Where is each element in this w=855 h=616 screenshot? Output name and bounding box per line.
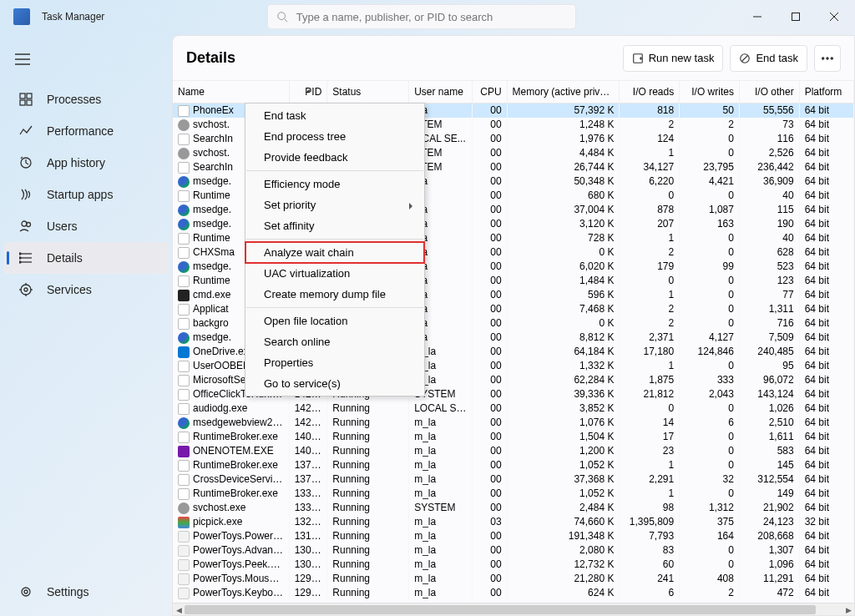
col-io-other[interactable]: I/O other (739, 81, 799, 104)
context-menu-efficiency-mode[interactable]: Efficiency mode (245, 174, 424, 194)
cell-platform: 64 bit (799, 132, 853, 146)
cell-pid: 13308 (289, 501, 327, 515)
col-memory[interactable]: Memory (active privat... (507, 81, 620, 104)
cell-io-other: 149 (739, 487, 799, 501)
horizontal-scrollbar[interactable]: ◀ ▶ (173, 603, 854, 615)
cell-status: Running (327, 543, 409, 558)
context-menu-uac-virtualization[interactable]: UAC virtualization (245, 263, 424, 284)
context-menu-provide-feedback[interactable]: Provide feedback (245, 147, 424, 168)
cell-status: Running (327, 430, 409, 444)
table-row[interactable]: PowerToys.MouseWi...12960Runningm_la0021… (173, 572, 854, 586)
col-user[interactable]: User name (409, 81, 473, 104)
table-row[interactable]: RuntimeBroker.exe13360Runningm_la001,052… (173, 487, 854, 501)
cell-cpu: 00 (473, 444, 507, 458)
table-row[interactable]: audiodg.exe14236RunningLOCAL SE...003,85… (173, 401, 854, 416)
table-row[interactable]: picpick.exe13220Runningm_la0374,660 K1,3… (173, 515, 854, 529)
context-menu-search-online[interactable]: Search online (245, 331, 424, 352)
process-icon (178, 219, 190, 230)
table-row[interactable]: PowerToys.Keyboard...12904Runningm_la006… (173, 586, 854, 600)
table-row[interactable]: RuntimeBroker.exe13792Runningm_la001,052… (173, 458, 854, 472)
maximize-button[interactable] (777, 0, 815, 33)
cell-io-writes: 99 (680, 260, 740, 274)
scroll-left-arrow[interactable]: ◀ (173, 603, 185, 616)
cell-io-writes: 23,795 (680, 160, 740, 174)
cell-cpu: 00 (473, 458, 507, 472)
context-menu-analyze-wait-chain[interactable]: Analyze wait chain (245, 242, 424, 263)
cell-io-other: 1,026 (739, 401, 799, 416)
col-io-reads[interactable]: I/O reads (620, 81, 680, 104)
col-cpu[interactable]: CPU (473, 81, 507, 104)
cell-io-reads: 241 (620, 572, 680, 586)
process-icon (178, 446, 190, 457)
col-name[interactable]: Name (173, 81, 289, 104)
end-task-button[interactable]: End task (730, 45, 807, 72)
cell-platform: 64 bit (799, 444, 853, 458)
col-io-writes[interactable]: I/O writes (680, 81, 740, 104)
cell-io-writes: 2 (680, 118, 740, 132)
sidebar-item-startup-apps[interactable]: Startup apps (3, 179, 169, 210)
table-row[interactable]: msedgewebview2.exe14232Runningm_la001,07… (173, 416, 854, 430)
context-menu-end-process-tree[interactable]: End process tree (245, 126, 424, 147)
run-new-task-button[interactable]: Run new task (623, 45, 724, 72)
table-header-row: Name PID Status User name CPU Memory (ac… (173, 81, 854, 104)
cell-memory: 191,348 K (507, 529, 620, 543)
process-icon (178, 148, 190, 159)
context-menu-set-affinity[interactable]: Set affinity (245, 215, 424, 236)
cell-io-reads: 1,395,809 (620, 515, 680, 529)
sidebar-item-details[interactable]: Details (3, 242, 169, 274)
cell-io-reads: 2 (620, 245, 680, 260)
cell-user: m_la (409, 472, 473, 487)
process-icon (178, 432, 190, 443)
sidebar-item-processes[interactable]: Processes (3, 83, 169, 115)
task-icon (632, 53, 644, 64)
minimize-button[interactable] (738, 0, 777, 33)
table-row[interactable]: svchost.exe13308RunningSYSTEM002,484 K98… (173, 501, 854, 515)
col-status[interactable]: Status (327, 81, 409, 104)
context-menu-end-task[interactable]: End task (245, 105, 424, 126)
cell-cpu: 00 (473, 430, 507, 444)
cell-cpu: 00 (473, 174, 507, 189)
more-options-button[interactable] (814, 45, 841, 72)
table-row[interactable]: PowerToys.Peek.UI.exe13000Runningm_la001… (173, 558, 854, 572)
table-row[interactable]: ONENOTEM.EXE14044Runningm_la001,200 K230… (173, 444, 854, 458)
col-platform[interactable]: Platform (799, 81, 853, 104)
cell-platform: 64 bit (799, 189, 853, 203)
context-menu-go-to-service-s-[interactable]: Go to service(s) (245, 373, 424, 394)
close-button[interactable] (815, 0, 853, 33)
cell-cpu: 00 (473, 572, 507, 586)
sidebar-item-label: Users (47, 220, 78, 233)
scrollbar-thumb[interactable] (185, 605, 816, 614)
context-menu-create-memory-dump-file[interactable]: Create memory dump file (245, 284, 424, 305)
table-row[interactable]: PowerToys.PowerLa...13112Runningm_la0019… (173, 529, 854, 543)
cell-memory: 728 K (507, 231, 620, 245)
hamburger-button[interactable] (0, 50, 172, 83)
col-pid[interactable]: PID (289, 81, 327, 104)
sidebar-item-users[interactable]: Users (3, 210, 169, 242)
sidebar-item-performance[interactable]: Performance (3, 115, 169, 147)
sidebar-item-services[interactable]: Services (3, 274, 169, 305)
cell-memory: 39,336 K (507, 387, 620, 401)
table-row[interactable]: RuntimeBroker.exe14056Runningm_la001,504… (173, 430, 854, 444)
scroll-right-arrow[interactable]: ▶ (842, 603, 854, 616)
sidebar-item-settings[interactable]: Settings (3, 576, 104, 608)
cell-user: m_la (409, 458, 473, 472)
cell-io-writes: 4,127 (680, 331, 740, 345)
cell-name: RuntimeBroker.exe (173, 458, 289, 472)
cell-pid: 13112 (289, 529, 327, 543)
context-menu-open-file-location[interactable]: Open file location (245, 311, 424, 331)
sidebar-item-app-history[interactable]: App history (3, 147, 169, 179)
cell-user: m_la (409, 558, 473, 572)
process-icon (178, 559, 190, 571)
context-menu-properties[interactable]: Properties (245, 352, 424, 373)
context-menu-set-priority[interactable]: Set priority (245, 194, 424, 215)
process-icon (178, 190, 190, 202)
svg-point-35 (822, 57, 824, 58)
cell-platform: 64 bit (799, 387, 853, 401)
table-row[interactable]: CrossDeviceService.e...13716Runningm_la0… (173, 472, 854, 487)
cell-io-other: 55,556 (739, 104, 799, 118)
cell-memory: 2,080 K (507, 543, 620, 558)
table-row[interactable]: PowerToys.Advance...13060Runningm_la002,… (173, 543, 854, 558)
cell-memory: 8,812 K (507, 331, 620, 345)
cell-io-writes: 0 (680, 444, 740, 458)
search-input[interactable]: Type a name, publisher, or PID to search (267, 4, 576, 29)
